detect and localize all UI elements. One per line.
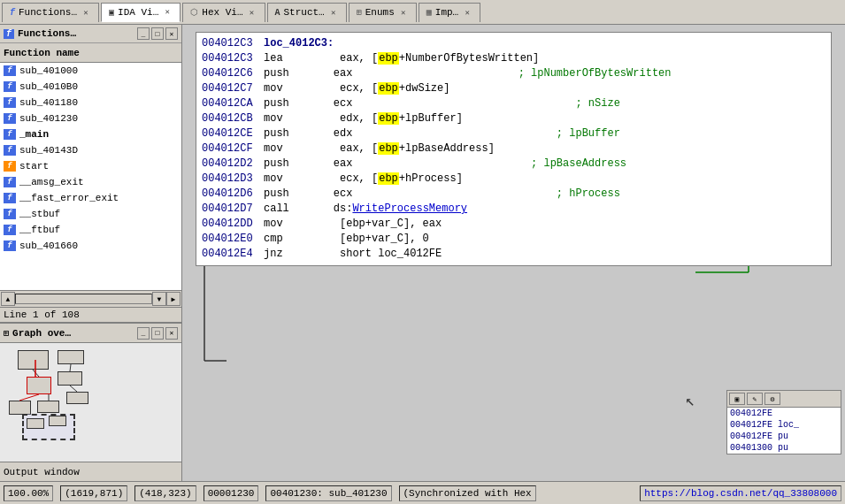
func-item-6[interactable]: f start: [0, 158, 181, 174]
tab-functions-label: Functions…: [19, 7, 77, 18]
function-list[interactable]: f sub_401000 f sub_4010B0 f sub_401180 f…: [0, 63, 181, 290]
imports-tab-icon: ▦: [426, 7, 432, 18]
function-name-column: Function name: [4, 48, 80, 58]
func-label-2: sub_401180: [19, 97, 78, 108]
svg-line-1: [70, 364, 71, 371]
tab-ida-view[interactable]: ▣ IDA Vi… ✕: [101, 3, 181, 22]
func-icon-11: f: [4, 241, 16, 251]
mini-icon-2: ✎: [747, 393, 763, 405]
func-item-10[interactable]: f __ftbuf: [0, 222, 181, 238]
tab-ida-view-label: IDA Vi…: [118, 7, 158, 18]
mnem-9: mov: [264, 172, 308, 187]
op-3: ecx, [ebp+dwSize]: [308, 81, 449, 96]
op-11: ds:WriteProcessMemory: [308, 202, 467, 217]
code-line-4: 004012CB mov edx, [ebp+lpBuffer]: [202, 111, 826, 126]
code-line-10: 004012D7 call ds:WriteProcessMemory: [202, 202, 826, 217]
func-label-5: sub_40143D: [19, 145, 78, 156]
comment-6: ; lpBuffer: [352, 126, 619, 141]
ebp-highlight-3: ebp: [378, 82, 399, 95]
func-label-10: __ftbuf: [19, 225, 60, 235]
func-label-8: __fast_error_exit: [19, 193, 119, 203]
tab-functions[interactable]: f Functions… ✕: [2, 3, 99, 22]
tab-enums[interactable]: ⊞ Enums ✕: [349, 3, 417, 22]
addr-12: 004012DD: [202, 217, 264, 232]
scroll-right-btn[interactable]: ▶: [166, 292, 181, 306]
scroll-up-btn[interactable]: ▲: [1, 292, 15, 306]
tab-enums-close[interactable]: ✕: [398, 7, 409, 18]
status-hex: 00001230: [204, 485, 259, 501]
status-coords: (1619,871): [60, 485, 127, 501]
mnem-7: mov: [264, 141, 308, 157]
func-item-8[interactable]: f __fast_error_exit: [0, 190, 181, 206]
graph-min-btn[interactable]: _: [137, 327, 150, 340]
func-item-5[interactable]: f sub_40143D: [0, 142, 181, 158]
left-container: f Functions… _ □ ✕ Function name f sub_4…: [0, 25, 182, 481]
code-line-8: 004012D3 mov ecx, [ebp+hProcess]: [202, 172, 826, 187]
panel-restore-btn[interactable]: □: [151, 27, 164, 40]
op-14: short loc_4012FE: [308, 247, 442, 262]
addr-1: 004012C3: [202, 51, 264, 66]
comment-8: ; lpBaseAddress: [352, 157, 626, 172]
addr-8: 004012D2: [202, 157, 264, 172]
mnem-10: push: [264, 187, 308, 202]
func-item-2[interactable]: f sub_401180: [0, 95, 181, 111]
call-target[interactable]: WriteProcessMemory: [352, 202, 467, 215]
output-bar: Output window: [0, 462, 181, 481]
tab-ida-view-close[interactable]: ✕: [162, 7, 173, 18]
tab-imports-close[interactable]: ✕: [462, 7, 472, 18]
hex-text: 00001230: [208, 488, 255, 499]
graph-node-9: [49, 416, 66, 426]
status-pos2: (418,323): [134, 485, 196, 501]
functions-panel-title: Functions…: [18, 28, 134, 39]
line-info: Line 1 of 108: [0, 307, 181, 322]
graph-overview-content[interactable]: [0, 343, 181, 462]
graph-restore-btn[interactable]: □: [151, 327, 164, 340]
func-label-3: sub_401230: [19, 113, 78, 124]
structs-tab-icon: A: [275, 8, 280, 18]
tab-structs[interactable]: A Struct… ✕: [267, 3, 347, 22]
code-line-13: 004012E4 jnz short loc_4012FE: [202, 247, 826, 262]
tab-hex-view[interactable]: ⬡ Hex Vi… ✕: [182, 3, 265, 22]
scroll-down-btn[interactable]: ▼: [152, 292, 166, 306]
comment-4: ; nSize: [352, 96, 619, 111]
func-icon-7: f: [4, 177, 16, 187]
ida-view-tab-icon: ▣: [109, 7, 114, 18]
addr-text: 00401230: sub_401230: [270, 488, 387, 499]
addr-5: 004012CB: [202, 111, 264, 126]
tab-structs-close[interactable]: ✕: [328, 7, 339, 18]
tab-functions-close[interactable]: ✕: [81, 7, 91, 18]
func-item-3[interactable]: f sub_401230: [0, 111, 181, 126]
op-13: [ebp+var_C], 0: [308, 232, 429, 247]
tab-imports[interactable]: ▦ Imp… ✕: [419, 3, 480, 22]
scroll-track[interactable]: [15, 294, 152, 304]
panel-close-btn[interactable]: ✕: [165, 27, 178, 40]
graph-node-2: [58, 350, 84, 364]
tab-imports-label: Imp…: [435, 7, 458, 18]
op-1: eax, [ebp+NumberOfBytesWritten]: [308, 51, 539, 66]
status-addr: 00401230: sub_401230: [265, 485, 391, 501]
func-item-9[interactable]: f __stbuf: [0, 206, 181, 222]
panel-min-btn[interactable]: _: [137, 27, 150, 40]
code-line-label: 004012C3 loc_4012C3:: [202, 36, 826, 51]
pos2-text: (418,323): [139, 488, 191, 499]
func-item-7[interactable]: f __amsg_exit: [0, 174, 181, 190]
url-text: https://blog.csdn.net/qq_33808000: [644, 488, 837, 499]
func-item-0[interactable]: f sub_401000: [0, 63, 181, 79]
func-item-1[interactable]: f sub_4010B0: [0, 79, 181, 95]
mnem-2: push: [264, 66, 308, 81]
func-label-11: sub_401660: [19, 241, 78, 251]
code-line-3: 004012CA push ecx ; nSize: [202, 96, 826, 111]
func-item-4[interactable]: f _main: [0, 126, 181, 142]
func-label-9: __stbuf: [19, 209, 60, 219]
mini-panel: ▣ ✎ ⚙ 004012FE 004012FE loc_ 004012FE pu…: [726, 390, 841, 454]
addr-2: 004012C6: [202, 66, 264, 81]
func-item-11[interactable]: f sub_401660: [0, 238, 181, 254]
mini-line-0: 004012FE: [727, 408, 841, 419]
graph-node-1: [18, 350, 49, 370]
func-icon-5: f: [4, 145, 16, 156]
graph-close-btn[interactable]: ✕: [165, 327, 178, 340]
addr-10: 004012D6: [202, 187, 264, 202]
func-label-0: sub_401000: [19, 65, 78, 76]
tab-hex-view-close[interactable]: ✕: [247, 7, 257, 18]
func-icon-1: f: [4, 81, 16, 92]
